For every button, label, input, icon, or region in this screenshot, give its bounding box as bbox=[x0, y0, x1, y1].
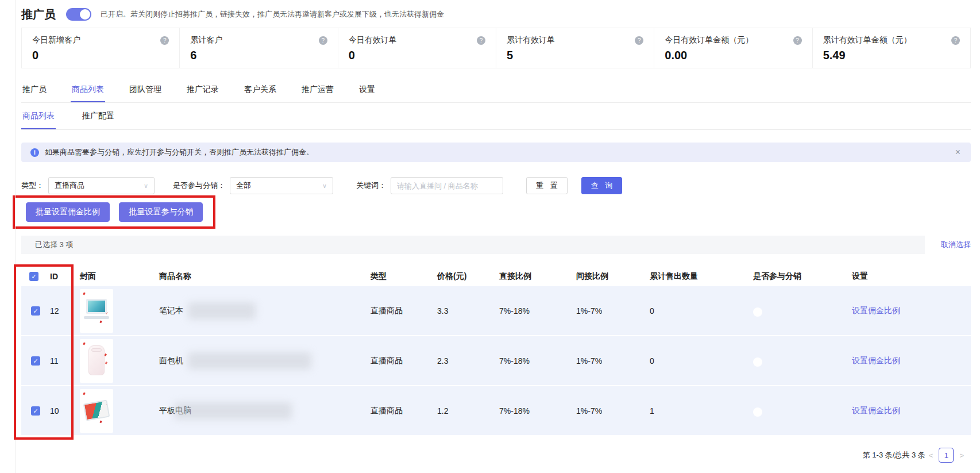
direct-ratio: 7%-18% bbox=[499, 356, 576, 366]
selection-row: 已选择 3 项 取消选择 bbox=[21, 236, 971, 254]
total-sold: 1 bbox=[650, 406, 753, 416]
selection-bar: 已选择 3 项 bbox=[21, 236, 925, 254]
batch-set-distribution-button[interactable]: 批量设置参与分销 bbox=[119, 202, 203, 222]
tab-promotion-operations[interactable]: 推广运营 bbox=[300, 80, 335, 102]
help-icon[interactable]: ? bbox=[793, 36, 802, 45]
info-banner: i 如果商品需要参与分销，应先打开参与分销开关，否则推广员无法获得推广佣金。 × bbox=[21, 143, 971, 162]
stat-label: 今日有效订单 bbox=[349, 35, 397, 45]
keyword-input[interactable] bbox=[391, 177, 503, 194]
distribution-select[interactable]: 全部 ∨ bbox=[230, 177, 333, 194]
set-commission-link[interactable]: 设置佣金比例 bbox=[852, 356, 900, 365]
main-tabs: 推广员 商品列表 团队管理 推广记录 客户关系 推广运营 设置 bbox=[21, 80, 971, 103]
row-id: 11 bbox=[50, 356, 80, 366]
prev-page-icon[interactable]: < bbox=[925, 451, 937, 460]
filter-bar: 类型： 直播商品 ∨ 是否参与分销： 全部 ∨ 关键词： 重 置 查 询 bbox=[21, 177, 971, 194]
stat-value: 0.00 bbox=[665, 49, 801, 62]
pagination: 第 1-3 条/总共 3 条 < 1 > bbox=[21, 448, 971, 463]
reset-button[interactable]: 重 置 bbox=[526, 177, 568, 194]
query-button[interactable]: 查 询 bbox=[581, 177, 623, 194]
annotation-red-box-batch-buttons: 批量设置佣金比例 批量设置参与分销 bbox=[13, 195, 215, 229]
row-checkbox[interactable]: ✓ bbox=[31, 356, 40, 366]
tab-promotion-records[interactable]: 推广记录 bbox=[186, 80, 220, 102]
product-cover-image bbox=[80, 389, 113, 433]
sub-tabs: 商品列表 推广配置 bbox=[21, 103, 971, 130]
product-cover-image bbox=[80, 289, 113, 333]
col-header-total-sold: 累计售出数量 bbox=[650, 271, 753, 282]
product-price: 3.3 bbox=[437, 306, 499, 316]
product-name: 笔记本 bbox=[159, 306, 183, 316]
help-icon[interactable]: ? bbox=[477, 36, 485, 45]
subtab-promotion-config[interactable]: 推广配置 bbox=[81, 103, 115, 129]
total-sold: 0 bbox=[650, 356, 753, 366]
indirect-ratio: 1%-7% bbox=[576, 356, 650, 366]
selected-count-text: 已选择 3 项 bbox=[35, 240, 73, 250]
stat-label: 累计客户 bbox=[190, 35, 222, 45]
cover-art bbox=[86, 299, 107, 314]
type-select-value: 直播商品 bbox=[55, 180, 84, 191]
col-header-name: 商品名称 bbox=[159, 271, 371, 282]
toggle-knob bbox=[753, 357, 762, 367]
help-icon[interactable]: ? bbox=[635, 36, 643, 45]
help-icon[interactable]: ? bbox=[160, 36, 169, 45]
set-commission-link[interactable]: 设置佣金比例 bbox=[852, 406, 900, 415]
stat-label: 累计有效订单金额（元） bbox=[823, 35, 912, 45]
keyword-filter-label: 关键词： bbox=[356, 180, 386, 191]
type-filter-label: 类型： bbox=[21, 180, 44, 191]
subtab-product-list[interactable]: 商品列表 bbox=[21, 103, 56, 129]
table-row: ✓ 10 平板电脑 直播商品 1.2 7%-18% 1%-7% 1 设置佣金比例 bbox=[21, 386, 971, 436]
tab-product-list[interactable]: 商品列表 bbox=[71, 80, 105, 102]
product-type: 直播商品 bbox=[371, 306, 437, 316]
direct-ratio: 7%-18% bbox=[499, 306, 576, 316]
help-icon[interactable]: ? bbox=[951, 36, 960, 45]
stat-value: 6 bbox=[190, 49, 327, 62]
col-header-id: ID bbox=[50, 272, 80, 281]
blurred-name-region bbox=[188, 302, 256, 320]
product-type: 直播商品 bbox=[371, 356, 437, 366]
row-checkbox[interactable]: ✓ bbox=[31, 406, 40, 416]
next-page-icon[interactable]: > bbox=[956, 451, 967, 460]
tab-customer-relations[interactable]: 客户关系 bbox=[243, 80, 277, 102]
product-cover-image bbox=[80, 339, 113, 383]
stat-label: 今日新增客户 bbox=[32, 35, 80, 45]
product-table: ✓ ID 封面 商品名称 类型 价格(元) 直接比例 间接比例 累计售出数量 是… bbox=[21, 267, 971, 436]
help-icon[interactable]: ? bbox=[319, 36, 327, 45]
info-icon: i bbox=[30, 148, 39, 157]
blurred-name-region bbox=[174, 402, 292, 420]
chevron-down-icon: ∨ bbox=[144, 182, 148, 190]
batch-set-commission-button[interactable]: 批量设置佣金比例 bbox=[26, 202, 110, 222]
col-header-cover: 封面 bbox=[80, 271, 159, 282]
chevron-down-icon: ∨ bbox=[322, 182, 327, 190]
page: 推广员 已开启。若关闭则停止招募推广员，链接失效，推广员无法再邀请新客户或发展下… bbox=[0, 0, 980, 473]
col-header-type: 类型 bbox=[371, 271, 437, 282]
product-name: 面包机 bbox=[159, 356, 183, 366]
page-number-1[interactable]: 1 bbox=[939, 448, 954, 463]
toggle-knob bbox=[753, 307, 762, 317]
cancel-selection-link[interactable]: 取消选择 bbox=[941, 240, 971, 250]
set-commission-link[interactable]: 设置佣金比例 bbox=[852, 306, 900, 315]
select-all-checkbox[interactable]: ✓ bbox=[29, 272, 38, 281]
tab-settings[interactable]: 设置 bbox=[358, 80, 376, 102]
stat-value: 0 bbox=[349, 49, 485, 62]
toggle-knob bbox=[80, 9, 90, 20]
stat-card-valid-order-amount-today: 今日有效订单金额（元）? 0.00 bbox=[654, 28, 812, 68]
product-price: 1.2 bbox=[437, 406, 499, 416]
confetti-decoration bbox=[83, 292, 85, 295]
product-type: 直播商品 bbox=[371, 406, 437, 416]
blurred-name-region bbox=[188, 352, 311, 370]
cover-art bbox=[83, 399, 110, 421]
tab-promoter[interactable]: 推广员 bbox=[21, 80, 48, 102]
promoter-master-toggle[interactable] bbox=[66, 8, 91, 21]
stat-value: 5 bbox=[507, 49, 643, 62]
cover-art bbox=[91, 348, 102, 352]
distribution-filter-label: 是否参与分销： bbox=[173, 180, 225, 191]
type-select[interactable]: 直播商品 ∨ bbox=[48, 177, 155, 194]
product-price: 2.3 bbox=[437, 356, 499, 366]
stat-card-new-customers-today: 今日新增客户? 0 bbox=[22, 28, 180, 68]
direct-ratio: 7%-18% bbox=[499, 406, 576, 416]
distribution-select-value: 全部 bbox=[236, 180, 251, 191]
table-row: ✓ 11 面包机 直播商品 2.3 7%-18% 1%-7% 0 设置佣金比例 bbox=[21, 336, 971, 386]
row-checkbox[interactable]: ✓ bbox=[31, 306, 40, 316]
close-icon[interactable]: × bbox=[954, 148, 962, 157]
stat-value: 5.49 bbox=[823, 49, 960, 62]
tab-team-management[interactable]: 团队管理 bbox=[128, 80, 163, 102]
